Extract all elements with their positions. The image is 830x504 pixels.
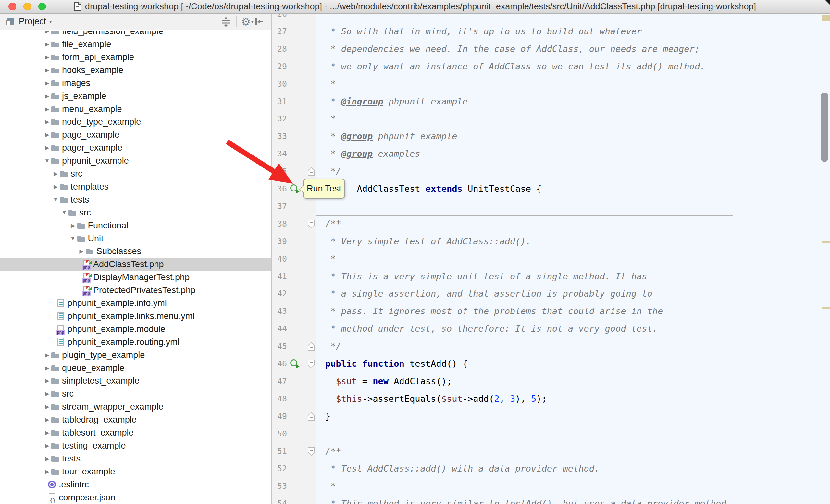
tree-item-phpunit-example-routing-yml[interactable]: phpunit_example.routing.yml [0,336,272,348]
tree-item-tests[interactable]: ▶tests [0,452,272,465]
hide-panel-icon[interactable] [253,16,265,28]
code-line-40[interactable]: 40 * [272,250,830,268]
code-line-30[interactable]: 30 * [272,75,830,93]
tree-item-functional[interactable]: ▶Functional [0,219,272,232]
tree-item-images[interactable]: ▶images [0,76,272,90]
chevron-collapsed-icon[interactable]: ▶ [43,80,51,87]
tree-item-page-example[interactable]: ▶page_example [0,129,272,141]
tree-item-phpunit-example-module[interactable]: phpphpunit_example.module [0,323,272,336]
chevron-collapsed-icon[interactable]: ▶ [43,54,51,61]
chevron-collapsed-icon[interactable]: ▶ [77,248,85,255]
tree-item--eslintrc[interactable]: .eslintrc [0,478,272,491]
chevron-collapsed-icon[interactable]: ▶ [43,144,51,151]
tree-item-stream-wrapper-example[interactable]: ▶stream_wrapper_example [0,401,272,413]
tree-item-hooks-example[interactable]: ▶hooks_example [0,64,272,76]
chevron-collapsed-icon[interactable]: ▶ [43,93,51,100]
tree-item-queue-example[interactable]: ▶queue_example [0,362,272,374]
fold-end-icon[interactable] [308,342,315,351]
tree-item-pager-example[interactable]: ▶pager_example [0,141,272,155]
code-line-29[interactable]: 29 * we only want an instance of AddClas… [272,58,830,75]
chevron-collapsed-icon[interactable]: ▶ [69,222,77,229]
tree-item-file-example[interactable]: ▶file_example [0,38,272,51]
settings-gear-icon[interactable]: ⚙▾ [242,16,253,28]
tree-item-displaymanagertest-php[interactable]: phpDisplayManagerTest.php [0,271,272,284]
tree-item-templates[interactable]: ▶templates [0,180,272,193]
code-line-28[interactable]: 28 * dependencies we need. In the case o… [272,40,830,58]
chevron-collapsed-icon[interactable]: ▶ [43,106,51,112]
code-line-32[interactable]: 32 * [272,110,830,128]
tree-item-tabledrag-example[interactable]: ▶tabledrag_example [0,413,272,427]
code-line-49[interactable]: 49} [272,408,830,425]
tree-item-tests[interactable]: ▼tests [0,193,272,206]
chevron-collapsed-icon[interactable]: ▶ [52,183,60,190]
chevron-expanded-icon[interactable]: ▼ [43,158,51,164]
tree-item-phpunit-example-links-menu-yml[interactable]: phpunit_example.links.menu.yml [0,310,272,323]
code-line-44[interactable]: 44 * method under test, so therefore: It… [272,320,830,337]
code-line-46[interactable]: 46public function testAdd() { [272,355,830,373]
fold-end-icon[interactable] [308,412,315,421]
code-line-51[interactable]: 51/** [272,443,830,460]
fold-start-icon[interactable] [308,220,315,229]
code-line-48[interactable]: 48 $this->assertEquals($sut->add(2, 3), … [272,390,830,408]
tree-item-form-api-example[interactable]: ▶form_api_example [0,51,272,64]
chevron-collapsed-icon[interactable]: ▶ [43,377,51,384]
chevron-expanded-icon[interactable]: ▼ [60,209,68,216]
code-line-52[interactable]: 52 * Test AddClass::add() with a data pr… [272,460,830,477]
tree-item-subclasses[interactable]: ▶Subclasses [0,245,272,258]
code-line-33[interactable]: 33 * @group phpunit_example [272,128,830,145]
code-line-43[interactable]: 43 * pass. It ignores most of the proble… [272,302,830,320]
code-line-41[interactable]: 41 * This is a very simple unit test of … [272,268,830,285]
tree-item-tour-example[interactable]: ▶tour_example [0,465,272,478]
code-line-54[interactable]: 54 * This method is very similar to test… [272,495,830,504]
code-line-47[interactable]: 47 $sut = new AddClass(); [272,373,830,390]
chevron-collapsed-icon[interactable]: ▶ [43,403,51,410]
fold-start-icon[interactable] [308,447,315,456]
run-test-tooltip[interactable]: Run Test [303,179,345,199]
chevron-collapsed-icon[interactable]: ▶ [43,455,51,462]
fold-end-icon[interactable] [308,167,315,176]
close-button[interactable] [8,3,16,10]
code-line-31[interactable]: 31 * @ingroup phpunit_example [272,93,830,110]
tree-item-simpletest-example[interactable]: ▶simpletest_example [0,374,272,388]
run-test-icon[interactable] [290,184,299,194]
chevron-collapsed-icon[interactable]: ▶ [43,31,51,35]
vertical-scrollbar-thumb[interactable] [821,93,828,162]
chevron-expanded-icon[interactable]: ▼ [69,235,77,242]
minimize-button[interactable] [23,3,31,10]
error-stripe-mark[interactable] [822,307,830,309]
error-stripe-mark[interactable] [822,241,830,243]
chevron-collapsed-icon[interactable]: ▶ [43,67,51,74]
tree-item-field-permission-example[interactable]: ▶field_permission_example [0,31,272,38]
tree-item-composer-json[interactable]: {}composer.json [0,491,272,504]
tree-item-phpunit-example[interactable]: ▼phpunit_example [0,155,272,167]
code-line-42[interactable]: 42 * a single assertion, and that assert… [272,285,830,302]
code-line-37[interactable]: 37 [272,198,830,215]
code-line-38[interactable]: 38/** [272,215,830,233]
tree-item-menu-example[interactable]: ▶menu_example [0,103,272,115]
code-line-36[interactable]: 36Run Test AddClassTest extends UnitTest… [272,180,830,198]
error-stripe-mark[interactable] [822,15,830,21]
chevron-collapsed-icon[interactable]: ▶ [43,365,51,372]
tree-item-testing-example[interactable]: ▶testing_example [0,439,272,452]
code-line-53[interactable]: 53 * [272,477,830,495]
chevron-expanded-icon[interactable]: ▼ [52,196,60,203]
tree-item-js-example[interactable]: ▶js_example [0,90,272,103]
chevron-collapsed-icon[interactable]: ▶ [43,442,51,449]
chevron-collapsed-icon[interactable]: ▶ [43,131,51,138]
collapse-all-icon[interactable] [220,16,232,28]
chevron-collapsed-icon[interactable]: ▶ [43,352,51,359]
tree-item-phpunit-example-info-yml[interactable]: phpunit_example.info.yml [0,297,272,310]
window-titlebar[interactable]: drupal-testing-workshop [~/Code/os/drupa… [0,0,830,13]
chevron-collapsed-icon[interactable]: ▶ [43,41,51,48]
zoom-button[interactable] [38,3,46,10]
tree-item-addclasstest-php[interactable]: phpAddClassTest.php [0,258,272,271]
code-line-27[interactable]: 27 * So with that in mind, it's up to us… [272,23,830,40]
tree-item-src[interactable]: ▶src [0,167,272,180]
chevron-collapsed-icon[interactable]: ▶ [43,119,51,125]
tree-item-node-type-example[interactable]: ▶node_type_example [0,115,272,129]
code-line-50[interactable]: 50 [272,425,830,443]
tree-item-protectedprivatestest-php[interactable]: phpProtectedPrivatesTest.php [0,284,272,297]
chevron-collapsed-icon[interactable]: ▶ [52,170,60,177]
code-line-39[interactable]: 39 * Very simple test of AddClass::add()… [272,233,830,250]
chevron-collapsed-icon[interactable]: ▶ [43,416,51,423]
